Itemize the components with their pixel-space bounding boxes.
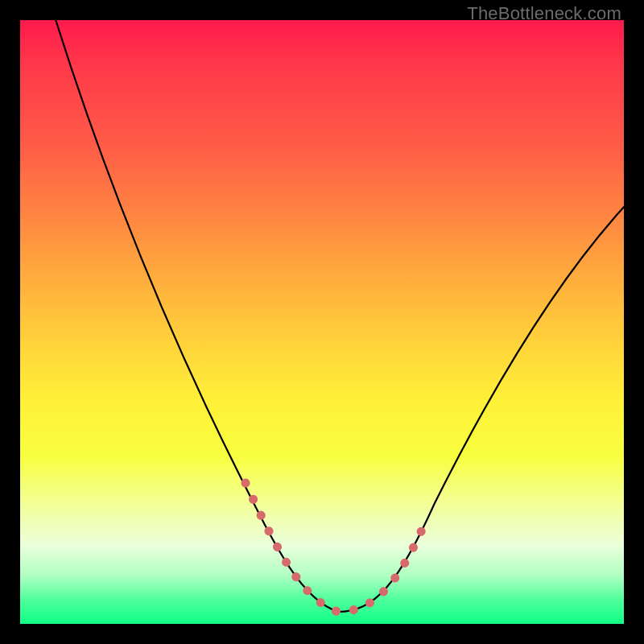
chart-plot-area — [20, 20, 624, 624]
bottleneck-curve-svg — [20, 20, 624, 624]
watermark-text: TheBottleneck.com — [467, 3, 621, 24]
chart-stage: TheBottleneck.com — [0, 0, 644, 644]
bottleneck-curve — [51, 20, 624, 612]
bottleneck-markers — [246, 483, 427, 612]
